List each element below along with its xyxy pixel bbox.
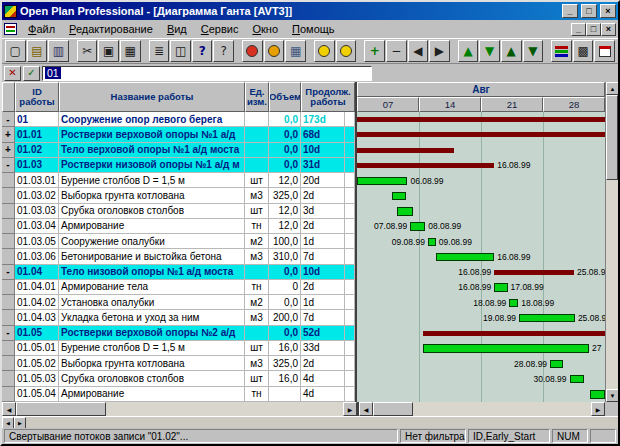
preview-button[interactable]: ◫: [170, 40, 191, 62]
gantt-scroll-track[interactable]: [373, 402, 591, 416]
cell-id[interactable]: 01.03: [15, 158, 59, 173]
close-button[interactable]: ×: [600, 4, 616, 18]
child-close-button[interactable]: ×: [601, 23, 616, 36]
gantt-task-bar[interactable]: [410, 222, 425, 231]
table-row-01.03.06[interactable]: 01.03.06Бетонирование и выстойка бетонам…: [2, 249, 355, 264]
table-hscrollbar[interactable]: ◀ ▶: [2, 402, 357, 416]
cell-duration[interactable]: 173d: [301, 112, 345, 127]
cell-id[interactable]: 01.05.01: [15, 341, 59, 356]
cell-duration[interactable]: 4d: [301, 387, 345, 402]
cell-id[interactable]: 01.03.06: [15, 249, 59, 264]
gantt-task-bar[interactable]: [519, 314, 575, 323]
menu-view[interactable]: Вид: [160, 22, 194, 36]
table-row-01.03[interactable]: -01.03Ростверки низовой опоры №1 а/д м0,…: [2, 158, 355, 173]
cell-id[interactable]: 01.03.04: [15, 219, 59, 234]
cell-id[interactable]: 01.02: [15, 143, 59, 158]
app-icon[interactable]: [4, 5, 17, 18]
cell-volume[interactable]: 12,0: [269, 204, 301, 219]
cell-id[interactable]: 01.05: [15, 326, 59, 341]
cell-duration[interactable]: 10d: [301, 143, 345, 158]
cell-unit[interactable]: м3: [245, 188, 269, 203]
cell-unit[interactable]: м2: [245, 234, 269, 249]
cell-duration[interactable]: 31d: [301, 158, 345, 173]
table-row-01.03.02[interactable]: 01.03.02Выборка грунта котлованам3325,02…: [2, 188, 355, 203]
cell-name[interactable]: Ростверки верховой опоры №2 а/д: [59, 326, 245, 341]
outdent-button[interactable]: ◀: [408, 40, 429, 62]
gantt-summary-bar[interactable]: [357, 132, 605, 137]
cell-name[interactable]: Срубка оголовков столбов: [59, 204, 245, 219]
cell-unit[interactable]: шт: [245, 371, 269, 386]
table-row-01.04.03[interactable]: 01.04.03Укладка бетона и уход за нимм320…: [2, 310, 355, 325]
header-unit[interactable]: Ед. изм.: [245, 82, 269, 112]
print-button[interactable]: ≣: [149, 40, 170, 62]
cell-unit[interactable]: шт: [245, 173, 269, 188]
table-row-01.03.05[interactable]: 01.03.05Сооружение опалубким2100,01d: [2, 234, 355, 249]
cell-volume[interactable]: 0,0: [269, 143, 301, 158]
cell-id[interactable]: 01.04: [15, 265, 59, 280]
table-row-01.04.02[interactable]: 01.04.02Установка опалубким20,01d: [2, 295, 355, 310]
table-row-01.03.03[interactable]: 01.03.03Срубка оголовков столбовшт12,03d: [2, 204, 355, 219]
cell-collapse-marker[interactable]: -: [2, 326, 15, 341]
accept-edit-button[interactable]: ✓: [23, 66, 40, 81]
cell-unit[interactable]: [245, 326, 269, 341]
timescale-week-label[interactable]: 21: [481, 97, 543, 112]
table-row-01.05.01[interactable]: 01.05.01Бурение столбов D = 1,5 мшт16,03…: [2, 341, 355, 356]
cell-duration[interactable]: 68d: [301, 127, 345, 142]
cell-volume[interactable]: 0,0: [269, 295, 301, 310]
cell-duration[interactable]: 1d: [301, 295, 345, 310]
cell-collapse-marker[interactable]: [2, 387, 15, 402]
cell-name[interactable]: Установка опалубки: [59, 295, 245, 310]
cell-id[interactable]: 01.03.02: [15, 188, 59, 203]
cell-collapse-marker[interactable]: -: [2, 265, 15, 280]
cell-unit[interactable]: м3: [245, 249, 269, 264]
edit-input[interactable]: 01: [42, 66, 372, 81]
gantt-summary-bar[interactable]: [357, 117, 605, 122]
cell-collapse-marker[interactable]: [2, 188, 15, 203]
gantt-task-bar[interactable]: [428, 238, 436, 247]
table-scroll-left-button[interactable]: ◀: [2, 402, 16, 416]
cell-id[interactable]: 01.03.01: [15, 173, 59, 188]
resource-button[interactable]: ▦: [285, 40, 306, 62]
help-button[interactable]: ?: [192, 40, 213, 62]
cell-unit[interactable]: м3: [245, 310, 269, 325]
gantt-task-bar[interactable]: [590, 390, 605, 399]
vertical-scroll-thumb[interactable]: [606, 95, 618, 180]
cell-collapse-marker[interactable]: -: [2, 158, 15, 173]
gantt-task-bar[interactable]: [550, 360, 563, 369]
gantt-task-bar[interactable]: [392, 192, 405, 201]
cell-duration[interactable]: 4d: [301, 371, 345, 386]
cell-name[interactable]: Армирование тела: [59, 280, 245, 295]
cell-collapse-marker[interactable]: +: [2, 127, 15, 142]
cell-collapse-marker[interactable]: [2, 341, 15, 356]
gantt-summary-bar[interactable]: [357, 163, 494, 168]
gantt-scroll-thumb[interactable]: [373, 402, 413, 416]
timescale-week-label[interactable]: 14: [419, 97, 481, 112]
cell-unit[interactable]: тн: [245, 387, 269, 402]
cell-collapse-marker[interactable]: [2, 173, 15, 188]
cell-duration[interactable]: 2d: [301, 219, 345, 234]
gantt-task-bar[interactable]: [436, 253, 494, 262]
cell-id[interactable]: 01.05.03: [15, 371, 59, 386]
table-scroll-track[interactable]: [16, 402, 343, 416]
menu-tools[interactable]: Сервис: [194, 22, 246, 36]
cell-volume[interactable]: 0: [269, 280, 301, 295]
clock-forward-button[interactable]: [314, 40, 335, 62]
clock-back-button[interactable]: [336, 40, 357, 62]
cell-unit[interactable]: тн: [245, 219, 269, 234]
cell-id[interactable]: 01.03.05: [15, 234, 59, 249]
table-scroll-right-button[interactable]: ▶: [343, 402, 357, 416]
cell-volume[interactable]: 0,0: [269, 127, 301, 142]
cell-collapse-marker[interactable]: [2, 280, 15, 295]
cell-unit[interactable]: [245, 158, 269, 173]
save-button[interactable]: ▥: [48, 40, 69, 62]
cell-name[interactable]: Укладка бетона и уход за ним: [59, 310, 245, 325]
cell-volume[interactable]: 325,0: [269, 356, 301, 371]
gantt-summary-bar[interactable]: [494, 270, 574, 275]
cell-volume[interactable]: 12,0: [269, 173, 301, 188]
cell-duration[interactable]: 2d: [301, 280, 345, 295]
scroll-top-button[interactable]: ▲: [501, 40, 522, 62]
cell-name[interactable]: Бетонирование и выстойка бетона: [59, 249, 245, 264]
cell-name[interactable]: Бурение столбов D = 1,5 м: [59, 173, 245, 188]
cell-duration[interactable]: 20d: [301, 173, 345, 188]
cell-duration[interactable]: 33d: [301, 341, 345, 356]
